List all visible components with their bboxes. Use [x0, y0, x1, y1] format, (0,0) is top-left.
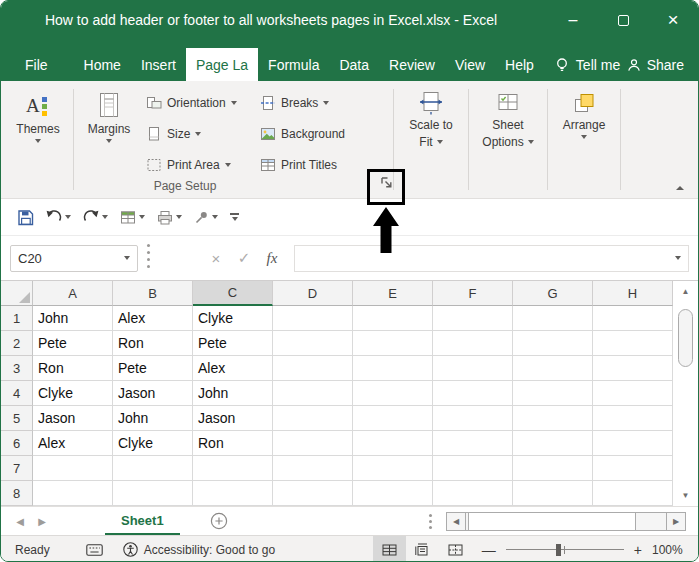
vertical-scroll-track[interactable] [677, 299, 694, 487]
page-break-view-button[interactable] [439, 536, 472, 562]
cell-B6[interactable]: Clyke [113, 431, 193, 456]
cell-B3[interactable]: Pete [113, 356, 193, 381]
zoom-in-button[interactable]: + [624, 542, 652, 558]
print-area-button[interactable]: Print Area [146, 154, 256, 176]
page-layout-view-button[interactable] [406, 536, 439, 562]
cancel-button[interactable]: × [202, 250, 230, 267]
zoom-slider[interactable] [506, 536, 624, 562]
sheet-tab-sheet1[interactable]: Sheet1 [105, 507, 180, 535]
cell-F4[interactable] [433, 381, 513, 406]
print-titles-button[interactable]: Print Titles [260, 154, 364, 176]
column-header-G[interactable]: G [513, 281, 593, 306]
table-tool-button[interactable] [114, 204, 151, 230]
row-header-6[interactable]: 6 [1, 431, 33, 456]
cell-A7[interactable] [33, 456, 113, 481]
cell-C8[interactable] [193, 481, 273, 506]
row-header-7[interactable]: 7 [1, 456, 33, 481]
horizontal-scroll-track[interactable] [466, 512, 666, 531]
tab-help[interactable]: Help [495, 48, 544, 81]
tab-home[interactable]: Home [74, 48, 131, 81]
scroll-up-button[interactable]: ▲ [682, 283, 690, 299]
cell-E7[interactable] [353, 456, 433, 481]
scroll-down-button[interactable]: ▼ [682, 487, 690, 503]
scroll-left-button[interactable]: ◀ [446, 512, 466, 531]
zoom-level[interactable]: 100% [652, 543, 698, 557]
cell-A6[interactable]: Alex [33, 431, 113, 456]
customize-quick-access-button[interactable] [224, 204, 245, 230]
column-header-D[interactable]: D [273, 281, 353, 306]
cell-H1[interactable] [593, 306, 673, 331]
pin-tool-button[interactable] [188, 204, 224, 230]
tab-file[interactable]: File [15, 48, 58, 81]
page-setup-dialog-launcher[interactable] [380, 176, 393, 189]
tab-insert[interactable]: Insert [131, 48, 186, 81]
cell-F1[interactable] [433, 306, 513, 331]
formula-input[interactable] [294, 245, 689, 272]
cell-C4[interactable]: John [193, 381, 273, 406]
cell-D4[interactable] [273, 381, 353, 406]
cell-D3[interactable] [273, 356, 353, 381]
collapse-ribbon-button[interactable] [676, 186, 684, 190]
undo-button[interactable] [40, 204, 77, 230]
row-header-2[interactable]: 2 [1, 331, 33, 356]
cell-F8[interactable] [433, 481, 513, 506]
row-header-5[interactable]: 5 [1, 406, 33, 431]
cell-H7[interactable] [593, 456, 673, 481]
tab-view[interactable]: View [445, 48, 495, 81]
enter-button[interactable]: ✓ [230, 249, 258, 267]
cell-B7[interactable] [113, 456, 193, 481]
size-button[interactable]: Size [146, 123, 256, 145]
vertical-scrollbar[interactable]: ▲ ▼ [677, 283, 694, 503]
background-button[interactable]: Background [260, 123, 364, 145]
cell-G1[interactable] [513, 306, 593, 331]
row-header-8[interactable]: 8 [1, 481, 33, 506]
cell-G4[interactable] [513, 381, 593, 406]
print-tool-button[interactable] [151, 204, 188, 230]
cell-C7[interactable] [193, 456, 273, 481]
cell-E8[interactable] [353, 481, 433, 506]
accessibility-status[interactable]: Accessibility: Good to go [123, 542, 275, 557]
cell-G5[interactable] [513, 406, 593, 431]
cell-C2[interactable]: Pete [193, 331, 273, 356]
tab-formulas[interactable]: Formula [258, 48, 329, 81]
cell-E4[interactable] [353, 381, 433, 406]
cell-G2[interactable] [513, 331, 593, 356]
cell-A5[interactable]: Jason [33, 406, 113, 431]
cell-H5[interactable] [593, 406, 673, 431]
column-header-C[interactable]: C [193, 281, 273, 306]
cell-D1[interactable] [273, 306, 353, 331]
new-sheet-button[interactable] [210, 512, 228, 530]
column-header-A[interactable]: A [33, 281, 113, 306]
column-header-B[interactable]: B [113, 281, 193, 306]
arrange-button[interactable]: Arrange [554, 85, 614, 198]
tab-page-layout[interactable]: Page La [186, 48, 258, 81]
cell-H6[interactable] [593, 431, 673, 456]
cell-D5[interactable] [273, 406, 353, 431]
cell-C6[interactable]: Ron [193, 431, 273, 456]
redo-button[interactable] [77, 204, 114, 230]
cell-A8[interactable] [33, 481, 113, 506]
row-header-1[interactable]: 1 [1, 306, 33, 331]
cell-B4[interactable]: Jason [113, 381, 193, 406]
cell-F5[interactable] [433, 406, 513, 431]
scale-to-fit-button[interactable]: Scale to Fit [400, 85, 462, 198]
sheet-bar-options-handle[interactable] [420, 520, 440, 523]
zoom-out-button[interactable]: — [472, 542, 506, 558]
insert-function-button[interactable]: fx [258, 250, 286, 267]
cell-D8[interactable] [273, 481, 353, 506]
keyboard-button[interactable] [86, 544, 103, 556]
cell-F2[interactable] [433, 331, 513, 356]
cell-D2[interactable] [273, 331, 353, 356]
cell-H4[interactable] [593, 381, 673, 406]
column-header-E[interactable]: E [353, 281, 433, 306]
breaks-button[interactable]: Breaks [260, 92, 364, 114]
horizontal-scroll-thumb[interactable] [468, 512, 636, 531]
cell-H8[interactable] [593, 481, 673, 506]
column-header-F[interactable]: F [433, 281, 513, 306]
cell-G3[interactable] [513, 356, 593, 381]
tab-data[interactable]: Data [329, 48, 379, 81]
cell-C1[interactable]: Clyke [193, 306, 273, 331]
cell-F3[interactable] [433, 356, 513, 381]
close-button[interactable]: × [648, 1, 698, 39]
next-sheet-button[interactable]: ▶ [31, 516, 53, 527]
